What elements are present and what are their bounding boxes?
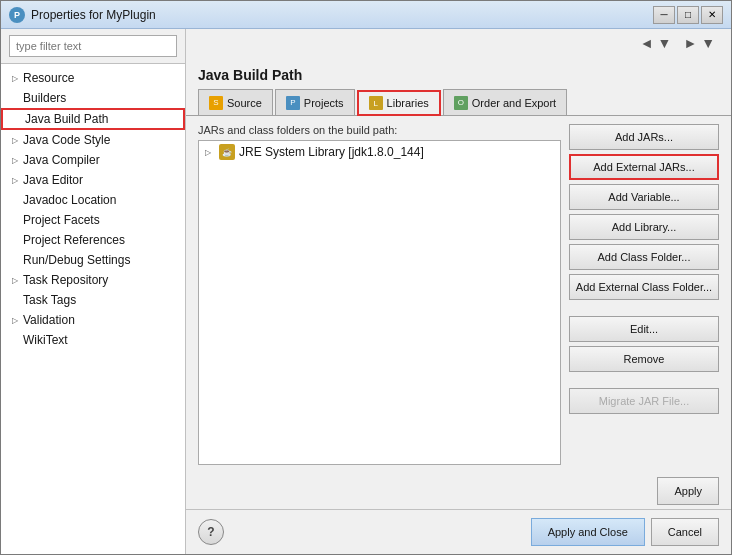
sidebar-item-label: Project Facets [23,213,100,227]
main-content: ▷ Resource Builders Java Build Path ▷ Ja… [1,29,731,554]
sidebar-item-label: Task Repository [23,273,108,287]
add-class-folder-button[interactable]: Add Class Folder... [569,244,719,270]
close-button[interactable]: ✕ [701,6,723,24]
forward-button[interactable]: ► ▼ [679,33,719,53]
add-external-jars-button[interactable]: Add External JARs... [569,154,719,180]
sidebar-item-label: Run/Debug Settings [23,253,130,267]
tab-source[interactable]: S Source [198,89,273,115]
sidebar-item-label: Project References [23,233,125,247]
tab-projects[interactable]: P Projects [275,89,355,115]
content-area: JARs and class folders on the build path… [186,116,731,473]
edit-button[interactable]: Edit... [569,316,719,342]
tree-arrow-compiler: ▷ [9,154,21,166]
remove-button[interactable]: Remove [569,346,719,372]
sidebar-item-label: Java Code Style [23,133,110,147]
sidebar-item-task-repository[interactable]: ▷ Task Repository [1,270,185,290]
sidebar-item-label: Validation [23,313,75,327]
window-icon: P [9,7,25,23]
apply-button[interactable]: Apply [657,477,719,505]
action-buttons: Add JARs... Add External JARs... Add Var… [569,124,719,465]
migrate-jar-button[interactable]: Migrate JAR File... [569,388,719,414]
nav-arrows: ◄ ▼ ► ▼ [186,29,731,57]
tree-arrow-resource: ▷ [9,72,21,84]
minimize-button[interactable]: ─ [653,6,675,24]
tab-bar: S Source P Projects L Libraries O Order … [186,89,731,116]
tree-arrow-validation: ▷ [9,314,21,326]
cancel-button[interactable]: Cancel [651,518,719,546]
sidebar-item-label: Java Build Path [25,112,108,126]
source-icon: S [209,96,223,110]
add-library-button[interactable]: Add Library... [569,214,719,240]
apply-and-close-button[interactable]: Apply and Close [531,518,645,546]
filter-bar [1,29,185,64]
jars-description: JARs and class folders on the build path… [198,124,561,136]
tab-order-export[interactable]: O Order and Export [443,89,567,115]
add-variable-button[interactable]: Add Variable... [569,184,719,210]
sidebar-item-java-build-path[interactable]: Java Build Path [1,108,185,130]
help-button[interactable]: ? [198,519,224,545]
sidebar-item-validation[interactable]: ▷ Validation [1,310,185,330]
item-arrow-icon: ▷ [205,148,217,157]
sidebar-item-run-debug-settings[interactable]: Run/Debug Settings [1,250,185,270]
jar-icon: ☕ [219,144,235,160]
sidebar-item-wikitext[interactable]: WikiText [1,330,185,350]
libraries-icon: L [369,96,383,110]
tab-order-export-label: Order and Export [472,97,556,109]
window-title: Properties for MyPlugin [31,8,653,22]
properties-window: P Properties for MyPlugin ─ □ ✕ ▷ Resour… [0,0,732,555]
tab-libraries[interactable]: L Libraries [357,90,441,116]
sidebar-item-label: Task Tags [23,293,76,307]
tree-arrow-editor: ▷ [9,174,21,186]
filter-input[interactable] [9,35,177,57]
sidebar-item-label: Java Editor [23,173,83,187]
sidebar-item-javadoc-location[interactable]: Javadoc Location [1,190,185,210]
sidebar-item-label: Javadoc Location [23,193,116,207]
sidebar-item-project-facets[interactable]: Project Facets [1,210,185,230]
bottom-right-buttons: Apply and Close Cancel [531,518,719,546]
add-jars-button[interactable]: Add JARs... [569,124,719,150]
sidebar-item-project-references[interactable]: Project References [1,230,185,250]
jars-list[interactable]: ▷ ☕ JRE System Library [jdk1.8.0_144] [198,140,561,465]
right-panel: ◄ ▼ ► ▼ Java Build Path S Source P Proje… [186,29,731,554]
sidebar-item-resource[interactable]: ▷ Resource [1,68,185,88]
sidebar-item-label: Resource [23,71,74,85]
tree-arrow-code-style: ▷ [9,134,21,146]
back-button[interactable]: ◄ ▼ [636,33,676,53]
sidebar-item-java-editor[interactable]: ▷ Java Editor [1,170,185,190]
sidebar-item-builders[interactable]: Builders [1,88,185,108]
list-item[interactable]: ▷ ☕ JRE System Library [jdk1.8.0_144] [199,141,560,163]
sidebar: ▷ Resource Builders Java Build Path ▷ Ja… [1,29,186,554]
tab-projects-label: Projects [304,97,344,109]
order-icon: O [454,96,468,110]
sidebar-item-task-tags[interactable]: Task Tags [1,290,185,310]
tab-source-label: Source [227,97,262,109]
maximize-button[interactable]: □ [677,6,699,24]
title-bar: P Properties for MyPlugin ─ □ ✕ [1,1,731,29]
sidebar-item-java-code-style[interactable]: ▷ Java Code Style [1,130,185,150]
sidebar-tree: ▷ Resource Builders Java Build Path ▷ Ja… [1,64,185,554]
sidebar-item-label: WikiText [23,333,68,347]
sidebar-item-label: Java Compiler [23,153,100,167]
jars-item-label: JRE System Library [jdk1.8.0_144] [239,145,424,159]
bottom-bar: ? Apply and Close Cancel [186,509,731,554]
window-controls: ─ □ ✕ [653,6,723,24]
sidebar-item-java-compiler[interactable]: ▷ Java Compiler [1,150,185,170]
tree-arrow-task-repo: ▷ [9,274,21,286]
jars-section: JARs and class folders on the build path… [198,124,561,465]
apply-area: Apply [186,473,731,509]
panel-title: Java Build Path [186,57,731,89]
sidebar-item-label: Builders [23,91,66,105]
projects-icon: P [286,96,300,110]
add-external-class-folder-button[interactable]: Add External Class Folder... [569,274,719,300]
tab-libraries-label: Libraries [387,97,429,109]
